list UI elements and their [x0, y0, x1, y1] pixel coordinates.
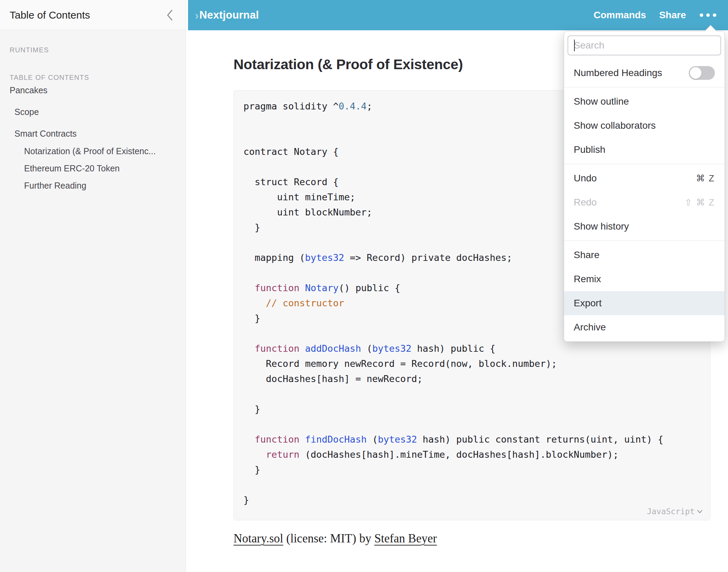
- menu-item-label: Show outline: [574, 96, 715, 107]
- menu-item-label: Remix: [574, 274, 715, 285]
- dot-icon: [713, 13, 716, 17]
- more-menu-dropdown: Numbered HeadingsShow outlineShow collab…: [564, 31, 725, 342]
- language-label: JavaScript: [647, 507, 695, 516]
- runtimes-section-label: RUNTIMES: [10, 46, 49, 54]
- page: Table of Contents RUNTIMES TABLE OF CONT…: [0, 0, 728, 572]
- logo-text: Nextjournal: [199, 9, 259, 21]
- dot-icon: [706, 13, 710, 17]
- menu-item-label: Publish: [574, 144, 715, 155]
- toc-item-ethereum-erc-20-token[interactable]: Ethereum ERC-20 Token: [24, 163, 186, 174]
- code-line: function findDocHash (bytes32 hash) publ…: [243, 432, 700, 447]
- menu-item-archive[interactable]: Archive: [564, 315, 725, 339]
- menu-item-show-collaborators[interactable]: Show collaborators: [564, 114, 725, 138]
- search-input[interactable]: [568, 35, 721, 55]
- menu-item-redo: Redo⇧ ⌘ Z: [564, 190, 725, 214]
- menu-section: Numbered Headings: [564, 59, 725, 87]
- menu-sections: Numbered HeadingsShow outlineShow collab…: [564, 59, 725, 341]
- nextjournal-logo[interactable]: › Nextjournal: [195, 9, 259, 21]
- toggle-knob: [690, 67, 701, 79]
- menu-item-label: Export: [574, 298, 715, 309]
- menu-item-label: Redo: [574, 197, 685, 208]
- sidebar-collapse-button[interactable]: [166, 9, 173, 21]
- chevron-left-icon: [166, 9, 173, 21]
- code-line: }: [243, 492, 700, 508]
- commands-button[interactable]: Commands: [594, 10, 646, 21]
- more-menu-button[interactable]: [699, 11, 717, 19]
- code-line: docHashes[hash] = newRecord;: [243, 371, 700, 386]
- sidebar: Table of Contents RUNTIMES TABLE OF CONT…: [0, 0, 186, 572]
- sidebar-title: Table of Contents: [10, 9, 90, 21]
- menu-item-numbered-headings[interactable]: Numbered Headings: [564, 61, 725, 85]
- author-link[interactable]: Stefan Beyer: [374, 532, 437, 545]
- code-line: [243, 417, 700, 432]
- menu-item-show-history[interactable]: Show history: [564, 214, 725, 239]
- code-line: }: [243, 402, 700, 417]
- menu-item-label: Numbered Headings: [574, 67, 689, 78]
- menu-item-export[interactable]: Export: [564, 291, 725, 315]
- text-cursor: [574, 40, 575, 51]
- menu-item-label: Undo: [574, 173, 696, 184]
- code-line: function addDocHash (bytes32 hash) publi…: [243, 341, 700, 356]
- code-line: [243, 386, 700, 402]
- attribution-note: Notary.sol (license: MIT) by Stefan Beye…: [233, 532, 437, 545]
- toc-item-further-reading[interactable]: Further Reading: [24, 180, 186, 191]
- page-title: Notarization (& Proof of Existence): [233, 56, 463, 73]
- toc-item-pancakes[interactable]: Pancakes: [10, 85, 186, 96]
- toc-item-smart-contracts[interactable]: Smart Contracts: [14, 128, 186, 139]
- menu-item-label: Show history: [574, 221, 715, 232]
- menu-section: ShareRemixExportArchive: [564, 241, 725, 341]
- menu-item-label: Archive: [574, 322, 715, 333]
- code-line: [243, 477, 700, 492]
- menu-item-label: Share: [574, 250, 715, 261]
- code-line: }: [243, 462, 700, 477]
- menu-section: Show outlineShow collaboratorsPublish: [564, 87, 725, 164]
- menu-item-undo[interactable]: Undo⌘ Z: [564, 166, 725, 190]
- toc-item-scope[interactable]: Scope: [14, 106, 186, 117]
- sidebar-header: Table of Contents: [0, 0, 186, 30]
- logo-chevron-icon: ›: [195, 10, 199, 21]
- top-bar: › Nextjournal Commands Share: [188, 0, 728, 30]
- menu-item-remix[interactable]: Remix: [564, 267, 725, 291]
- toc-section-label: TABLE OF CONTENTS: [10, 74, 89, 82]
- code-line: return (docHashes[hash].mineTime, docHas…: [243, 447, 700, 462]
- notary-sol-link[interactable]: Notary.sol: [233, 532, 283, 545]
- menu-item-share[interactable]: Share: [564, 243, 725, 267]
- numbered-headings-toggle[interactable]: [689, 66, 715, 80]
- attribution-text: (license: MIT) by: [283, 532, 374, 545]
- menu-section: Undo⌘ ZRedo⇧ ⌘ ZShow history: [564, 164, 725, 241]
- share-button[interactable]: Share: [659, 10, 686, 21]
- menu-search: [564, 31, 725, 59]
- topbar-menu: Commands Share: [594, 10, 717, 21]
- shortcut-hint: ⇧ ⌘ Z: [685, 197, 715, 208]
- code-line: Record memory newRecord = Record(now, bl…: [243, 356, 700, 371]
- dot-icon: [700, 13, 703, 17]
- language-selector[interactable]: JavaScript: [647, 507, 703, 516]
- toc-item-notarization-proof-of-existenc[interactable]: Notarization (& Proof of Existenc...: [24, 146, 186, 157]
- toc-list: PancakesScopeSmart ContractsNotarization…: [0, 85, 186, 197]
- shortcut-hint: ⌘ Z: [696, 173, 715, 184]
- menu-item-show-outline[interactable]: Show outline: [564, 89, 725, 114]
- menu-item-label: Show collaborators: [574, 120, 715, 131]
- menu-item-publish[interactable]: Publish: [564, 138, 725, 162]
- chevron-down-icon: [697, 510, 703, 513]
